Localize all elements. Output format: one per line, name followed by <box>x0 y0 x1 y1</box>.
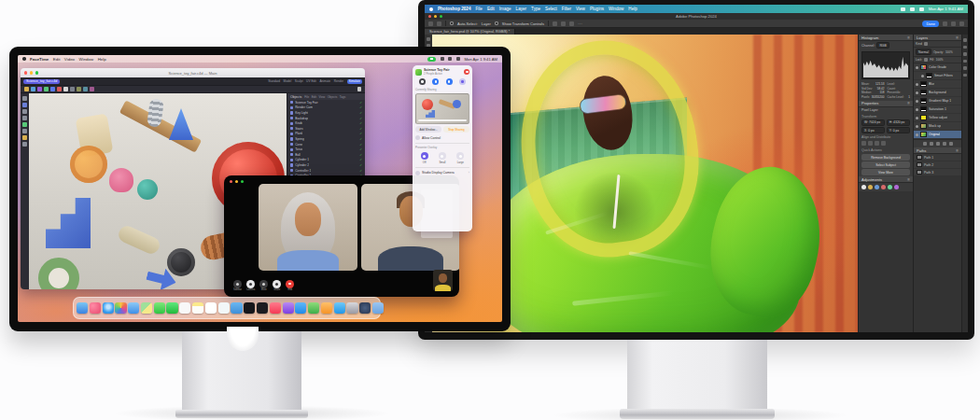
rotate-icon[interactable] <box>44 87 49 91</box>
layers-panel-header[interactable]: Layers≡ <box>914 35 961 41</box>
opacity-value[interactable]: 100% <box>945 50 953 54</box>
transform-field[interactable]: H: 4320 px <box>887 119 910 126</box>
overlay-option[interactable]: Large <box>456 152 464 164</box>
layer-row[interactable]: Original <box>914 131 961 139</box>
visibility-eye-icon[interactable] <box>916 108 918 111</box>
layout-tab[interactable]: UV Edit <box>306 79 316 83</box>
reactions-button[interactable] <box>459 78 466 85</box>
points-tool[interactable] <box>22 109 27 114</box>
auto-select-checkbox[interactable] <box>450 21 454 25</box>
dock-app-icon[interactable] <box>205 302 217 314</box>
mograph-icon[interactable] <box>83 87 88 91</box>
layer-thumbnail[interactable] <box>920 132 927 137</box>
menu-item[interactable]: Edit <box>53 57 61 62</box>
enabled-check-icon[interactable]: ✓ <box>359 121 362 125</box>
align-right-icon[interactable] <box>569 21 574 26</box>
layout-tab[interactable]: Model <box>284 79 292 83</box>
layer-row[interactable]: Gradient Map 1 <box>914 97 961 105</box>
align-glyph[interactable] <box>875 141 879 146</box>
layer-row[interactable]: Blur <box>914 80 961 89</box>
dock-app-icon[interactable] <box>128 302 139 314</box>
libraries-panel-icon[interactable] <box>963 52 967 56</box>
layer-thumbnail[interactable] <box>926 73 932 78</box>
overlay-option[interactable]: Off <box>421 152 428 164</box>
dock-app-icon[interactable] <box>179 302 190 314</box>
document-tab[interactable]: Science_toy_fair.c4d <box>23 79 60 84</box>
menu-item[interactable]: View <box>576 7 585 11</box>
path-row[interactable]: Path 1 <box>914 154 961 161</box>
objects-menu-item[interactable]: File <box>304 95 309 99</box>
quick-action-button[interactable]: Select Subject <box>861 161 910 168</box>
scale-icon[interactable] <box>37 87 42 91</box>
dock-app-icon[interactable] <box>295 302 306 314</box>
enabled-check-icon[interactable]: ✓ <box>359 127 362 131</box>
allow-control-label[interactable]: Allow Control <box>422 136 441 140</box>
enabled-check-icon[interactable]: ✓ <box>359 137 362 141</box>
enabled-check-icon[interactable]: ✓ <box>359 132 362 135</box>
apple-menu-icon[interactable] <box>22 57 26 61</box>
layout-grid-icon[interactable] <box>357 87 362 91</box>
color-panel-icon[interactable] <box>963 38 967 42</box>
dock-app-icon[interactable] <box>90 302 101 314</box>
align-glyph[interactable] <box>868 141 873 146</box>
facetime-app-menu[interactable]: FaceTime <box>30 57 49 62</box>
render-icon[interactable] <box>57 87 62 91</box>
histogram-panel-header[interactable]: Histogram≡ <box>859 35 913 41</box>
menu-item[interactable]: Edit <box>487 7 495 11</box>
adjustments-panel-header[interactable]: Adjustments≡ <box>859 176 913 183</box>
hue-adjustment-icon[interactable] <box>881 185 886 189</box>
leave-call-button[interactable] <box>464 69 469 75</box>
dock-app-icon[interactable] <box>192 302 203 314</box>
enabled-check-icon[interactable]: ✓ <box>359 158 362 161</box>
control-center-icon[interactable] <box>919 7 924 11</box>
dock-app-icon[interactable] <box>346 302 357 314</box>
balance-adjustment-icon[interactable] <box>894 185 899 189</box>
menu-item[interactable]: Select <box>545 7 557 11</box>
quick-action-button[interactable]: View More <box>861 169 910 175</box>
dock-app-icon[interactable] <box>372 302 384 314</box>
visibility-eye-icon[interactable] <box>916 66 918 69</box>
kind-filter[interactable]: Kind <box>916 42 922 46</box>
enabled-check-icon[interactable]: ✓ <box>359 147 362 151</box>
visibility-eye-icon[interactable] <box>916 91 918 94</box>
levels-adjustment-icon[interactable] <box>868 185 873 189</box>
dock-app-icon[interactable] <box>154 302 165 314</box>
visibility-eye-icon[interactable] <box>921 75 924 77</box>
dock-app-icon[interactable] <box>218 302 230 314</box>
layer-thumbnail[interactable] <box>920 90 927 95</box>
wifi-icon[interactable] <box>901 7 905 11</box>
share-icon[interactable] <box>943 21 947 26</box>
dock-app-icon[interactable] <box>166 302 177 314</box>
add-mask-icon[interactable] <box>936 142 940 146</box>
more-options-icon[interactable]: ⋯ <box>578 21 582 26</box>
enabled-check-icon[interactable]: ✓ <box>359 117 362 120</box>
visibility-eye-icon[interactable] <box>916 125 918 128</box>
filter-icon[interactable] <box>924 42 928 46</box>
objects-menu-item[interactable]: Tags <box>340 95 346 99</box>
layer-row[interactable]: Saturation 1 <box>914 105 961 114</box>
wifi-icon[interactable] <box>441 57 444 61</box>
search-icon[interactable] <box>910 7 915 11</box>
search-icon[interactable] <box>448 57 452 61</box>
layer-row[interactable]: Background <box>914 89 961 97</box>
enabled-check-icon[interactable]: ✓ <box>359 105 362 109</box>
path-row[interactable]: Path 3 <box>914 169 961 176</box>
properties-panel-header[interactable]: Properties≡ <box>859 101 913 107</box>
dock-app-icon[interactable] <box>283 302 294 314</box>
objects-menu-item[interactable]: Edit <box>312 95 316 99</box>
vibrance-adjustment-icon[interactable] <box>888 185 892 189</box>
align-center-icon[interactable] <box>561 21 566 26</box>
auto-select-value[interactable]: Layer <box>482 21 491 26</box>
layer-thumbnail[interactable] <box>920 64 927 70</box>
link-layers-icon[interactable] <box>923 142 927 146</box>
dock-app-icon[interactable] <box>270 302 281 314</box>
curves-adjustment-icon[interactable] <box>875 185 879 189</box>
enabled-check-icon[interactable]: ✓ <box>359 143 362 147</box>
close-button[interactable] <box>230 180 232 183</box>
facetime-control-button[interactable] <box>286 280 294 288</box>
transform-checkbox[interactable] <box>495 21 498 25</box>
volume-icon[interactable] <box>90 87 94 91</box>
facetime-control-button[interactable] <box>273 280 281 288</box>
align-glyph[interactable] <box>881 141 886 146</box>
transform-field[interactable]: Y: 0 px <box>887 127 910 133</box>
